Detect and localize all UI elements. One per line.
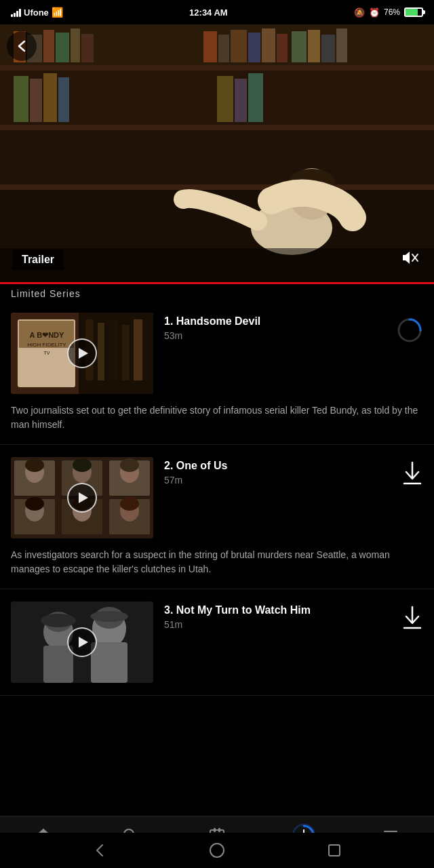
play-button[interactable] [67,338,97,368]
episode-title: 1. Handsome Devil [164,315,385,328]
svg-rect-25 [30,79,42,122]
status-time: 12:34 AM [189,7,228,18]
episode-duration: 53m [164,330,385,341]
hero-scene-svg [0,24,434,282]
trailer-label: Trailer [12,250,64,270]
svg-rect-74 [43,646,73,683]
svg-rect-94 [329,845,340,856]
svg-rect-24 [14,76,28,122]
episode-action[interactable] [396,313,423,344]
svg-rect-21 [308,30,320,62]
svg-rect-20 [292,31,307,62]
android-home-icon [208,841,226,860]
episode-duration: 57m [164,475,391,486]
episode-item: A B❤NDY HIGH FIDELITY TV [0,300,434,445]
play-icon [79,348,88,359]
svg-point-66 [25,497,44,511]
wifi-icon: 📶 [52,7,63,18]
svg-point-79 [90,611,128,622]
svg-rect-28 [217,76,233,122]
battery-icon [404,7,423,17]
svg-text:TV: TV [44,351,50,355]
android-home-button[interactable] [205,838,229,863]
svg-point-65 [120,458,139,472]
svg-rect-19 [277,34,288,62]
svg-rect-18 [262,28,275,62]
episode-info: 3. Not My Turn to Watch Him 51m [164,601,391,630]
mute-button[interactable] [397,245,422,270]
svg-rect-2 [0,65,434,71]
back-arrow-icon [15,39,28,53]
episodes-list: A B❤NDY HIGH FIDELITY TV [0,300,434,764]
download-icon [401,606,423,630]
svg-rect-16 [231,30,247,62]
svg-rect-13 [81,34,94,62]
hero-background [0,24,434,282]
carrier-name: Ufone [24,7,49,18]
back-button[interactable] [7,31,37,61]
svg-rect-4 [0,125,434,130]
clock-icon: ⏰ [369,7,380,18]
download-icon [401,461,423,486]
svg-rect-14 [203,31,217,62]
svg-point-63 [25,458,44,472]
episode-description: Two journalists set out to get the defin… [11,403,423,432]
svg-rect-10 [43,30,54,62]
episode-info: 2. One of Us 57m [164,457,391,486]
episode-action[interactable] [401,601,423,630]
android-back-button[interactable] [87,838,112,863]
episode-action[interactable] [401,457,423,486]
svg-point-93 [210,844,224,857]
svg-rect-5 [0,130,434,184]
play-icon [79,637,88,648]
svg-rect-23 [336,28,347,62]
episode-title: 3. Not My Turn to Watch Him [164,604,391,616]
status-bar: Ufone 📶 12:34 AM 🔕 ⏰ 76% [0,0,434,24]
svg-text:A B❤NDY: A B❤NDY [30,331,64,339]
svg-rect-15 [218,35,229,62]
play-icon [79,492,88,503]
svg-rect-17 [248,33,260,62]
svg-rect-86 [218,828,220,832]
svg-rect-85 [214,828,216,832]
android-back-icon [90,841,109,860]
svg-rect-6 [0,184,434,190]
episode-thumbnail[interactable] [11,457,153,538]
svg-rect-30 [248,73,263,122]
episode-duration: 51m [164,619,391,630]
svg-text:HIGH FIDELITY: HIGH FIDELITY [27,342,66,348]
android-nav-bar [0,833,434,868]
episode-description: As investigators search for a suspect in… [11,548,423,576]
episode-thumbnail[interactable] [11,601,153,683]
episode-row: 3. Not My Turn to Watch Him 51m [11,601,423,683]
svg-rect-45 [98,323,104,380]
episode-thumbnail[interactable]: A B❤NDY HIGH FIDELITY TV [11,313,153,394]
android-recent-icon [325,841,344,860]
status-right: 🔕 ⏰ 76% [354,7,423,18]
play-button[interactable] [67,483,97,513]
svg-rect-34 [0,248,434,282]
mute-icon [400,248,419,267]
status-left: Ufone 📶 [11,7,63,18]
episode-item: 2. One of Us 57m As investigators search… [0,445,434,589]
loading-circle-icon [396,317,423,344]
svg-rect-47 [122,325,130,380]
play-button[interactable] [67,627,97,657]
svg-rect-48 [134,319,142,380]
signal-icon [11,7,21,17]
svg-rect-46 [108,321,118,380]
svg-rect-27 [58,77,69,122]
svg-point-64 [73,458,92,472]
alarm-icon: 🔕 [354,7,365,18]
svg-rect-11 [56,33,69,62]
episode-row: A B❤NDY HIGH FIDELITY TV [11,313,423,394]
episode-item: 3. Not My Turn to Watch Him 51m [0,589,434,696]
svg-rect-26 [43,73,57,122]
battery-percent: 76% [384,7,400,17]
svg-point-68 [120,497,139,511]
svg-rect-77 [91,642,127,683]
svg-rect-22 [321,35,335,62]
svg-point-78 [41,614,76,627]
android-recent-button[interactable] [322,838,347,863]
svg-rect-12 [71,28,80,62]
